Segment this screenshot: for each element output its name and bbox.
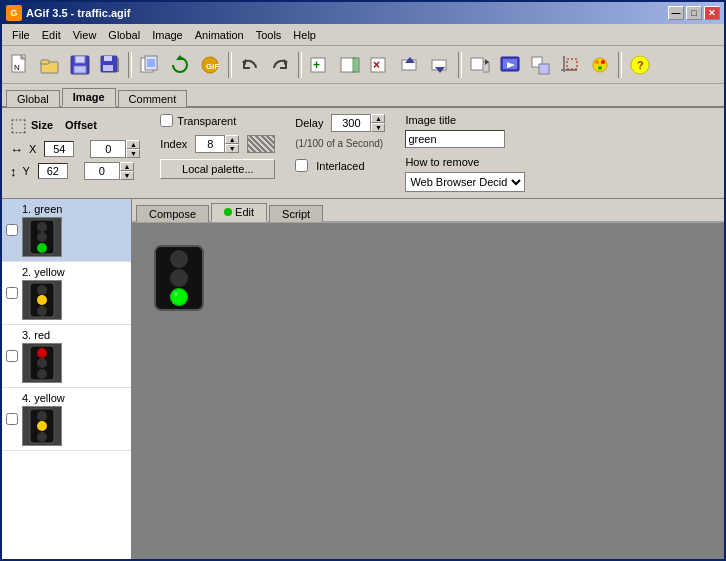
- offset-x-up[interactable]: ▲: [126, 140, 140, 149]
- svg-point-49: [37, 243, 47, 253]
- maximize-button[interactable]: □: [686, 6, 702, 20]
- menu-global[interactable]: Global: [102, 27, 146, 43]
- delete-frame-button[interactable]: ×: [366, 51, 394, 79]
- help-button[interactable]: ?: [626, 51, 654, 79]
- save-all-button[interactable]: [96, 51, 124, 79]
- frame-2-checkbox[interactable]: [6, 287, 18, 299]
- toolbar-sep-2: [228, 52, 232, 78]
- preview-button[interactable]: [496, 51, 524, 79]
- minimize-button[interactable]: —: [668, 6, 684, 20]
- svg-text:?: ?: [637, 59, 644, 71]
- y-label-size: Y: [23, 165, 30, 177]
- image-title-input[interactable]: [405, 130, 505, 148]
- frame-3-checkbox[interactable]: [6, 350, 18, 362]
- index-input[interactable]: [195, 135, 225, 153]
- frame-3-label: 3. red: [22, 329, 127, 341]
- menu-image[interactable]: Image: [146, 27, 189, 43]
- open-button[interactable]: [36, 51, 64, 79]
- size-icon: ⬚: [10, 114, 27, 136]
- transparency-group: Transparent Index ▲ ▼ Local palette...: [160, 114, 275, 179]
- svg-point-41: [595, 60, 599, 64]
- svg-rect-6: [75, 56, 85, 63]
- preview-traffic-light: [152, 243, 206, 315]
- undo-button[interactable]: [236, 51, 264, 79]
- effects-button[interactable]: [586, 51, 614, 79]
- crop-button[interactable]: [556, 51, 584, 79]
- interlaced-label: Interlaced: [316, 160, 364, 172]
- frame-item-1[interactable]: 1. green: [2, 199, 131, 262]
- delay-down[interactable]: ▼: [371, 123, 385, 132]
- interlaced-checkbox[interactable]: [295, 159, 308, 172]
- copy-image-button[interactable]: [136, 51, 164, 79]
- offset-y-input[interactable]: [84, 162, 120, 180]
- tab-global[interactable]: Global: [6, 90, 60, 107]
- local-palette-button[interactable]: Local palette...: [160, 159, 275, 179]
- menu-animation[interactable]: Animation: [189, 27, 250, 43]
- toolbar: N GIF +: [2, 46, 724, 84]
- frame-4-checkbox[interactable]: [6, 413, 18, 425]
- offset-y-up[interactable]: ▲: [120, 162, 134, 171]
- sub-tab-script[interactable]: Script: [269, 205, 323, 222]
- menu-edit[interactable]: Edit: [36, 27, 67, 43]
- frame-4-thumb: [22, 406, 62, 446]
- frame-1-label: 1. green: [22, 203, 127, 215]
- size-x-icon: ↔: [10, 142, 23, 157]
- menu-help[interactable]: Help: [287, 27, 322, 43]
- window-title: AGif 3.5 - traffic.agif: [26, 7, 131, 19]
- move-up-button[interactable]: [396, 51, 424, 79]
- menu-tools[interactable]: Tools: [250, 27, 288, 43]
- tab-image[interactable]: Image: [62, 88, 116, 107]
- move-down-button[interactable]: [426, 51, 454, 79]
- transparent-checkbox[interactable]: [160, 114, 173, 127]
- menu-bar: File Edit View Global Image Animation To…: [2, 24, 724, 46]
- index-down[interactable]: ▼: [225, 144, 239, 153]
- new-button[interactable]: N: [6, 51, 34, 79]
- delay-spinbox[interactable]: ▲ ▼: [331, 114, 385, 132]
- frame-1-checkbox[interactable]: [6, 224, 18, 236]
- frame-2-label: 2. yellow: [22, 266, 127, 278]
- frame-3-thumb: [22, 343, 62, 383]
- svg-point-63: [170, 250, 188, 268]
- insert-frame-button[interactable]: [336, 51, 364, 79]
- reload-button[interactable]: [166, 51, 194, 79]
- offset-x-down[interactable]: ▼: [126, 149, 140, 158]
- close-button[interactable]: ✕: [704, 6, 720, 20]
- x-label-size: X: [29, 143, 36, 155]
- right-area: Compose Edit Script: [132, 199, 724, 561]
- svg-point-64: [170, 269, 188, 287]
- menu-file[interactable]: File: [6, 27, 36, 43]
- menu-view[interactable]: View: [67, 27, 103, 43]
- add-frame-button[interactable]: +: [306, 51, 334, 79]
- offset-x-spinbox[interactable]: ▲ ▼: [90, 140, 140, 158]
- edit-dot: [224, 208, 232, 216]
- sub-tab-edit[interactable]: Edit: [211, 203, 267, 222]
- export-button[interactable]: [466, 51, 494, 79]
- toolbar-sep-4: [458, 52, 462, 78]
- tab-comment[interactable]: Comment: [118, 90, 188, 107]
- svg-point-51: [37, 285, 47, 295]
- resize-button[interactable]: [526, 51, 554, 79]
- sub-tab-compose[interactable]: Compose: [136, 205, 209, 222]
- index-up[interactable]: ▲: [225, 135, 239, 144]
- frame-item-4[interactable]: 4. yellow: [2, 388, 131, 451]
- offset-y-spinbox[interactable]: ▲ ▼: [84, 162, 134, 180]
- svg-rect-30: [471, 58, 483, 70]
- frame-item-3[interactable]: 3. red: [2, 325, 131, 388]
- delay-up[interactable]: ▲: [371, 114, 385, 123]
- save-button[interactable]: [66, 51, 94, 79]
- delay-label: Delay: [295, 117, 323, 129]
- gif-preview-button[interactable]: GIF: [196, 51, 224, 79]
- image-title-label: Image title: [405, 114, 525, 126]
- delay-input[interactable]: [331, 114, 371, 132]
- index-spinbox[interactable]: ▲ ▼: [195, 135, 239, 153]
- sub-tabs: Compose Edit Script: [132, 199, 724, 223]
- offset-y-down[interactable]: ▼: [120, 171, 134, 180]
- how-remove-select[interactable]: Do Not Remove Leave as Is Restore Backgr…: [405, 172, 525, 192]
- frame-item-2[interactable]: 2. yellow: [2, 262, 131, 325]
- svg-rect-4: [41, 60, 49, 64]
- svg-point-57: [37, 369, 47, 379]
- svg-point-47: [37, 222, 47, 232]
- svg-point-52: [37, 295, 47, 305]
- redo-button[interactable]: [266, 51, 294, 79]
- offset-x-input[interactable]: [90, 140, 126, 158]
